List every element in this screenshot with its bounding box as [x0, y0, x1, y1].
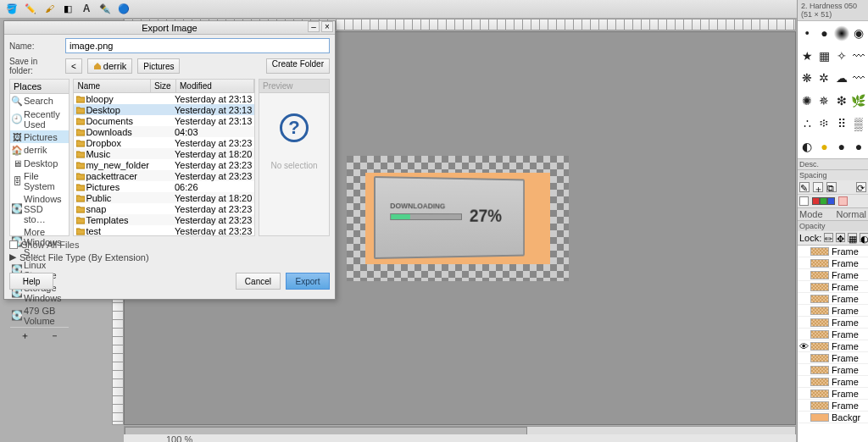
- layer-row[interactable]: Frame: [798, 281, 868, 293]
- brush-item[interactable]: ✲: [816, 68, 832, 89]
- place-item[interactable]: 💽479 GB Volume: [10, 304, 69, 327]
- col-modified[interactable]: Modified: [176, 80, 254, 92]
- brush-item[interactable]: ★: [799, 46, 815, 67]
- path-home-button[interactable]: derrik: [87, 58, 133, 74]
- brush-item[interactable]: ✧: [834, 46, 849, 67]
- file-row[interactable]: DesktopYesterday at 23:13: [74, 104, 254, 115]
- cancel-button[interactable]: Cancel: [236, 273, 281, 290]
- brush-item[interactable]: ✺: [799, 91, 815, 112]
- opacity-label[interactable]: Opacity: [798, 220, 868, 231]
- tool-text-icon[interactable]: A: [80, 2, 93, 15]
- brush-item[interactable]: ፨: [816, 113, 832, 135]
- file-row[interactable]: testYesterday at 23:23: [74, 225, 254, 235]
- file-row[interactable]: Pictures06:26: [74, 181, 254, 192]
- brush-item[interactable]: ●: [816, 136, 832, 157]
- file-row[interactable]: packettracerYesterday at 23:23: [74, 170, 254, 181]
- tool-pencil-icon[interactable]: ✏️: [24, 2, 37, 15]
- layer-row[interactable]: Frame: [798, 376, 868, 388]
- brush-item[interactable]: ❇: [834, 91, 849, 112]
- path-current-button[interactable]: Pictures: [137, 58, 180, 74]
- brush-item[interactable]: [834, 23, 849, 44]
- brush-item[interactable]: •: [799, 23, 815, 44]
- channel-r-icon[interactable]: [799, 196, 809, 206]
- export-button[interactable]: Export: [286, 273, 330, 290]
- channel-green[interactable]: [820, 197, 827, 205]
- show-all-row[interactable]: Show All Files: [9, 240, 330, 250]
- brush-item[interactable]: ☁: [834, 68, 849, 89]
- layer-row[interactable]: Frame: [798, 246, 868, 257]
- file-row[interactable]: PublicYesterday at 18:20: [74, 192, 254, 203]
- place-item[interactable]: 🖼Pictures: [10, 130, 69, 143]
- file-row[interactable]: Downloads04:03: [74, 126, 254, 137]
- filetype-expander[interactable]: ▶ Select File Type (By Extension): [9, 251, 330, 262]
- layers-panel[interactable]: FrameFrameFrameFrameFrameFrameFrameFrame…: [798, 245, 868, 442]
- file-row[interactable]: MusicYesterday at 18:20: [74, 148, 254, 159]
- brush-item[interactable]: ●: [851, 136, 866, 157]
- col-name[interactable]: Name: [74, 80, 151, 92]
- lock-all-icon[interactable]: ◐: [860, 233, 868, 242]
- layer-row[interactable]: Frame: [798, 317, 868, 329]
- layer-row[interactable]: Frame: [798, 400, 868, 412]
- brush-item[interactable]: ❋: [799, 68, 815, 89]
- show-all-checkbox[interactable]: [9, 240, 18, 249]
- channel-red[interactable]: [812, 197, 820, 205]
- place-item[interactable]: 🏠derrik: [10, 143, 69, 157]
- place-item[interactable]: 🕘Recently Used: [10, 108, 69, 130]
- brush-dup-icon[interactable]: ⧉: [826, 182, 837, 192]
- brush-item[interactable]: ●: [834, 136, 849, 157]
- brush-del-icon[interactable]: ⟳: [856, 182, 866, 192]
- brush-item[interactable]: 〰: [851, 46, 866, 67]
- path-back-button[interactable]: <: [65, 58, 82, 74]
- brush-edit-icon[interactable]: ✎: [799, 182, 810, 192]
- layer-row[interactable]: 👁Frame: [798, 340, 868, 352]
- place-item[interactable]: 🔍Search: [10, 94, 69, 108]
- file-row[interactable]: snapYesterday at 23:23: [74, 203, 254, 214]
- file-row[interactable]: DocumentsYesterday at 23:13: [74, 115, 254, 126]
- file-list-header[interactable]: Name Size Modified: [74, 80, 254, 93]
- places-remove-button[interactable]: －: [40, 328, 70, 344]
- layer-row[interactable]: Frame: [798, 257, 868, 269]
- tool-erase-icon[interactable]: ◧: [61, 2, 75, 15]
- close-button[interactable]: ×: [321, 21, 333, 32]
- channel-alpha[interactable]: [838, 196, 848, 206]
- file-row[interactable]: bloopyYesterday at 23:13: [74, 93, 254, 104]
- layer-row[interactable]: Frame: [798, 305, 868, 317]
- place-item[interactable]: 🖥Desktop: [10, 157, 69, 169]
- tool-bucket-icon[interactable]: 🪣: [5, 2, 19, 15]
- layer-row[interactable]: Frame: [798, 352, 868, 364]
- minimize-button[interactable]: –: [308, 21, 320, 32]
- file-row[interactable]: my_new_folderYesterday at 23:23: [74, 159, 254, 170]
- brush-item[interactable]: ◉: [851, 23, 866, 44]
- brush-item[interactable]: ▦: [816, 46, 832, 67]
- tool-path-icon[interactable]: ✒️: [98, 2, 112, 15]
- dialog-titlebar[interactable]: Export Image – ×: [4, 21, 335, 35]
- places-add-button[interactable]: ＋: [10, 328, 40, 344]
- file-row[interactable]: TemplatesYesterday at 23:23: [74, 214, 254, 225]
- brush-item[interactable]: 🌿: [851, 91, 866, 112]
- filename-input[interactable]: [65, 38, 330, 53]
- col-size[interactable]: Size: [151, 80, 176, 92]
- brush-item[interactable]: ✵: [816, 91, 832, 112]
- help-button[interactable]: Help: [9, 273, 53, 290]
- layer-row[interactable]: Frame: [798, 293, 868, 305]
- brush-item[interactable]: ▒: [851, 113, 866, 135]
- brush-item[interactable]: ∴: [799, 113, 815, 135]
- layer-row[interactable]: Backgr: [798, 412, 868, 423]
- brush-item[interactable]: ◐: [799, 136, 815, 157]
- lock-pixels-icon[interactable]: ✏: [824, 233, 833, 242]
- channel-blue[interactable]: [827, 197, 835, 205]
- layer-row[interactable]: Frame: [798, 364, 868, 376]
- brush-new-icon[interactable]: ＋: [813, 182, 823, 192]
- tool-brush-icon[interactable]: 🖌: [42, 2, 56, 15]
- lock-position-icon[interactable]: ✥: [836, 233, 845, 242]
- place-item[interactable]: 💽Windows SSD sto…: [10, 192, 69, 225]
- layer-row[interactable]: Frame: [798, 329, 868, 340]
- lock-alpha-icon[interactable]: ▦: [848, 233, 857, 242]
- file-row[interactable]: DropboxYesterday at 23:23: [74, 137, 254, 148]
- brush-item[interactable]: ⠿: [834, 113, 849, 135]
- brush-item[interactable]: 〰: [851, 68, 866, 89]
- tool-measure-icon[interactable]: 🔵: [117, 2, 131, 15]
- brush-item[interactable]: ●: [816, 23, 832, 44]
- layer-row[interactable]: Frame: [798, 388, 868, 400]
- brush-grid[interactable]: •●◉ ★▦✧〰 ❋✲☁〰 ✺✵❇🌿 ∴፨⠿▒ ◐●●●: [798, 21, 868, 158]
